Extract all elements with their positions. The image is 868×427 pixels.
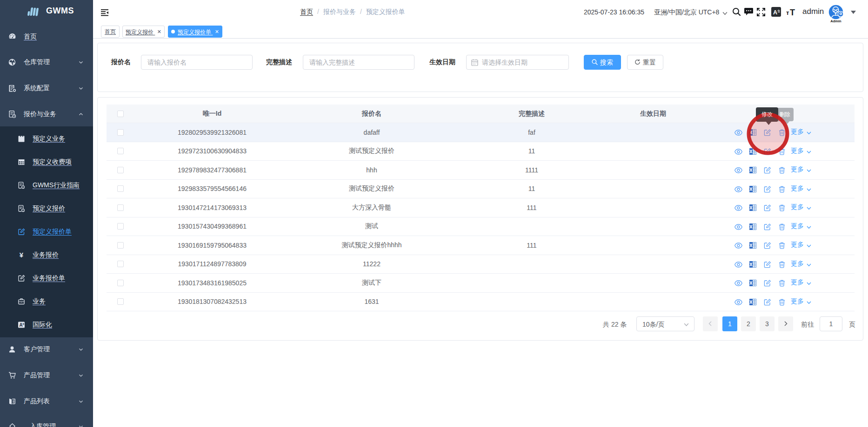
svg-text:T: T [790, 8, 795, 16]
svg-text:т: т [786, 9, 789, 16]
svg-text:Admin: Admin [830, 19, 841, 23]
svg-text:¥: ¥ [20, 251, 24, 259]
svg-text:A: A [19, 322, 22, 328]
svg-text:A: A [773, 9, 777, 16]
